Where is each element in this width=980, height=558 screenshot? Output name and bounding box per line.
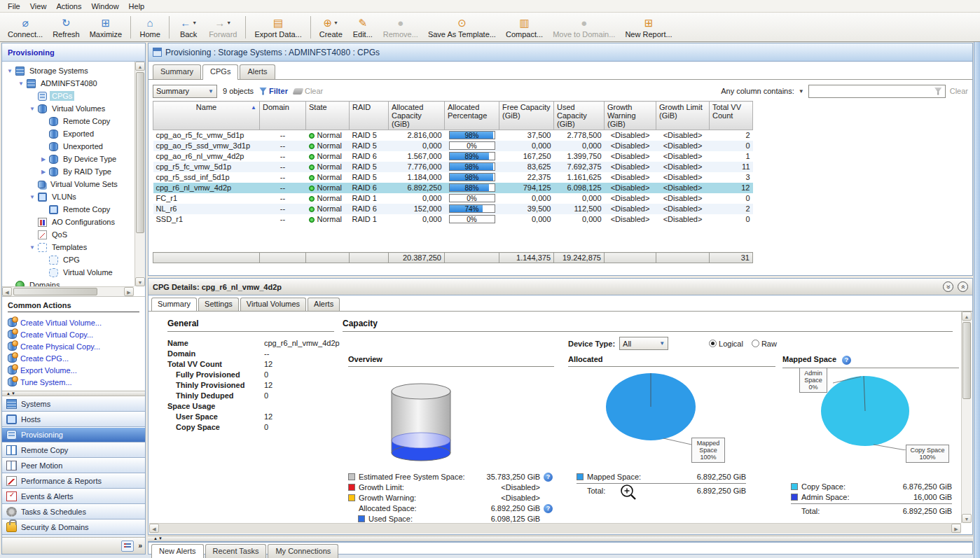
details-vertical-scrollbar[interactable]: ▲ ▼	[961, 312, 972, 523]
tree-expander-closed-icon[interactable]: ▶	[39, 156, 48, 162]
tree-item-qos[interactable]: QoS	[2, 228, 134, 241]
tab-summary[interactable]: Summary	[153, 64, 201, 79]
collapse-up-button[interactable]: «	[943, 281, 953, 292]
tree-item-domains[interactable]: Domains	[2, 279, 134, 286]
tree-expander-closed-icon[interactable]: ▶	[39, 169, 48, 175]
tree-item-ao-configurations[interactable]: AO Configurations	[2, 216, 134, 228]
column-header-allocated[interactable]: Allocated Capacity (GiB)	[389, 102, 445, 130]
scroll-up-arrow[interactable]: ▲	[135, 62, 145, 71]
table-row[interactable]: NL_r6--NormalRAID 6152,00074%39,500112,5…	[153, 204, 753, 214]
overflow-chevron-icon[interactable]: »	[138, 542, 142, 550]
tree-horizontal-scrollbar[interactable]: ◀ ▶	[2, 286, 134, 296]
sidebar-item-systems[interactable]: Systems	[2, 396, 145, 412]
tree-expander-open-icon[interactable]: ▼	[16, 81, 26, 87]
device-type-select[interactable]: All ▼	[619, 337, 668, 350]
table-row[interactable]: cpg_ao_r5_fc_vmw_5d1p--NormalRAID 52.816…	[153, 130, 753, 141]
tree-expander-open-icon[interactable]: ▼	[27, 244, 37, 251]
table-row[interactable]: cpg_r5_fc_vmw_5d1p--NormalRAID 57.776,00…	[153, 162, 753, 172]
menu-window[interactable]: Window	[86, 1, 123, 12]
scroll-down-arrow[interactable]: ▼	[135, 277, 145, 286]
create-virtual-copy-link[interactable]: Create Virtual Copy...	[8, 328, 139, 340]
new-report-button[interactable]: ⊞New Report...	[620, 14, 677, 41]
sidebar-item-security-domains[interactable]: Security & Domains	[2, 519, 145, 535]
tree-item-templates[interactable]: ▼Templates	[2, 241, 134, 253]
table-row[interactable]: cpg_ao_r5_ssd_vmw_3d1p--NormalRAID 50,00…	[153, 141, 753, 151]
tree-item-virtual-volumes[interactable]: ▼Virtual Volumes	[2, 102, 134, 115]
menu-view[interactable]: View	[25, 1, 52, 12]
table-row[interactable]: SSD_r1--NormalRAID 10,0000%0,0000,000<Di…	[153, 214, 753, 225]
filter-button[interactable]: Filter	[259, 87, 288, 95]
scroll-right-arrow[interactable]: ▶	[951, 524, 961, 533]
column-header-growth[interactable]: Growth Warning (GiB)	[605, 102, 656, 130]
tree-item-cpgs[interactable]: CPGs	[2, 90, 134, 102]
column-header-state[interactable]: State	[306, 102, 350, 130]
tree-item-virtual-volume[interactable]: Virtual Volume	[2, 266, 134, 279]
scroll-left-arrow[interactable]: ◀	[2, 287, 12, 296]
search-clear-button[interactable]: Clear	[950, 87, 968, 95]
column-header-total-vv[interactable]: Total VV Count	[710, 102, 753, 130]
column-header-allocated[interactable]: Allocated Percentage	[445, 102, 499, 130]
scroll-thumb[interactable]	[13, 288, 97, 295]
home-button[interactable]: ⌂Home	[134, 14, 165, 41]
sidebar-item-events-alerts[interactable]: Events & Alerts	[2, 489, 145, 504]
tree-expander-open-icon[interactable]: ▼	[5, 68, 15, 74]
tree-item-remote-copy[interactable]: Remote Copy	[2, 203, 134, 216]
details-tab-virtual-volumes[interactable]: Virtual Volumes	[240, 298, 306, 311]
tab-alerts[interactable]: Alerts	[240, 64, 275, 79]
sidebar-item-remote-copy[interactable]: Remote Copy	[2, 442, 145, 458]
tab-cpgs[interactable]: CPGs	[202, 64, 238, 80]
scroll-up-arrow[interactable]: ▲	[962, 312, 972, 321]
chevron-down-icon[interactable]: ▼	[799, 88, 804, 95]
menu-actions[interactable]: Actions	[51, 1, 86, 12]
bottom-splitter[interactable]: ▲▼	[148, 536, 973, 542]
column-header-used[interactable]: Used Capacity (GiB)	[554, 102, 605, 130]
sidebar-item-peer-motion[interactable]: Peer Motion	[2, 458, 145, 473]
sidebar-item-hosts[interactable]: Hosts	[2, 412, 145, 427]
scroll-right-arrow[interactable]: ▶	[124, 287, 134, 296]
tree-item-adminfst4080[interactable]: ▼ADMINFST4080	[2, 77, 134, 90]
refresh-button[interactable]: ↻Refresh	[48, 14, 85, 41]
tune-system-link[interactable]: Tune System...	[8, 376, 139, 388]
help-icon[interactable]: ?	[544, 473, 553, 482]
logical-radio[interactable]	[709, 340, 717, 347]
create-physical-copy-link[interactable]: Create Physical Copy...	[8, 340, 139, 352]
edit-button[interactable]: ✎Edit...	[347, 14, 378, 41]
tree-expander-open-icon[interactable]: ▼	[27, 106, 37, 112]
details-tab-settings[interactable]: Settings	[198, 298, 239, 311]
export-data-button[interactable]: ▤Export Data...	[249, 14, 306, 41]
table-row[interactable]: cpg_r6_nl_vmw_4d2p--NormalRAID 66.892,25…	[153, 183, 753, 193]
tree-item-exported[interactable]: Exported	[2, 127, 134, 140]
tree-item-remote-copy[interactable]: Remote Copy	[2, 115, 134, 127]
bottom-tab-recent-tasks[interactable]: Recent Tasks	[205, 544, 267, 558]
scroll-thumb[interactable]	[962, 322, 971, 399]
bottom-tab-new-alerts[interactable]: New Alerts	[151, 544, 204, 558]
help-icon[interactable]: ?	[842, 356, 851, 365]
collapse-down-button[interactable]: »	[958, 281, 968, 292]
scroll-down-arrow[interactable]: ▼	[962, 514, 972, 523]
sidebar-splitter[interactable]: ▲▼	[2, 391, 145, 396]
scroll-thumb[interactable]	[136, 72, 144, 233]
details-horizontal-scrollbar[interactable]: ◀ ▶	[149, 523, 961, 533]
view-select[interactable]: Summary ▼	[153, 85, 217, 98]
column-header-raid[interactable]: RAID	[350, 102, 389, 130]
details-tab-summary[interactable]: Summary	[151, 298, 197, 311]
help-icon[interactable]: ?	[544, 504, 553, 513]
export-volume-link[interactable]: Export Volume...	[8, 364, 139, 376]
compact-button[interactable]: ▥Compact...	[501, 14, 548, 41]
create-button[interactable]: ⊕▼Create	[315, 14, 347, 41]
tree-item-virtual-volume-sets[interactable]: Virtual Volume Sets	[2, 178, 134, 190]
create-virtual-volume-link[interactable]: Create Virtual Volume...	[8, 316, 139, 328]
column-header-domain[interactable]: Domain	[260, 102, 306, 130]
column-header-name[interactable]: Name▲	[153, 102, 260, 130]
table-row[interactable]: FC_r1--NormalRAID 10,0000%0,0000,000<Dis…	[153, 193, 753, 204]
tree-vertical-scrollbar[interactable]: ▲ ▼	[134, 62, 145, 286]
bottom-tab-my-connections[interactable]: My Connections	[268, 544, 338, 558]
raw-radio[interactable]	[752, 340, 759, 347]
table-row[interactable]: cpg_r5_ssd_inf_5d1p--NormalRAID 51.184,0…	[153, 172, 753, 183]
tree-expander-open-icon[interactable]: ▼	[27, 194, 37, 200]
column-header-free-capacity[interactable]: Free Capacity (GiB)	[499, 102, 554, 130]
scroll-left-arrow[interactable]: ◀	[149, 524, 159, 533]
sidebar-item-tasks-schedules[interactable]: Tasks & Schedules	[2, 504, 145, 519]
back-button[interactable]: ←▼Back	[173, 14, 204, 41]
tree-item-storage-systems[interactable]: ▼Storage Systems	[2, 64, 134, 77]
